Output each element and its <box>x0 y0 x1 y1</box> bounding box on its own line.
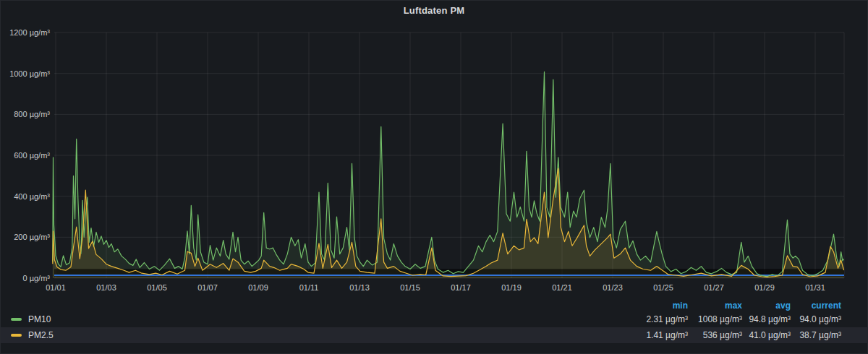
pm25-max-value: 536 µg/m³ <box>688 330 742 340</box>
x-axis-label: 01/05 <box>137 283 177 292</box>
pm25-min-value: 1.41 µg/m³ <box>616 330 688 340</box>
pm10-avg-value: 94.8 µg/m³ <box>742 314 791 324</box>
pm10-line[interactable] <box>53 72 844 276</box>
x-axis-label: 01/03 <box>86 283 127 292</box>
x-axis-label: 01/31 <box>795 283 835 292</box>
legend-label-pm10: PM10 <box>28 314 51 324</box>
timeseries-chart[interactable] <box>1 1 868 297</box>
y-axis-label: 200 µg/m³ <box>1 233 50 241</box>
x-axis-label: 01/09 <box>238 283 278 292</box>
legend-series-pm10[interactable]: PM10 <box>11 314 616 324</box>
legend-row-pm25: PM2.5 1.41 µg/m³ 536 µg/m³ 41.0 µg/m³ 38… <box>1 327 868 343</box>
pm10-swatch-icon <box>11 318 22 321</box>
x-axis-label: 01/29 <box>744 283 785 292</box>
legend-label-pm25: PM2.5 <box>28 330 54 340</box>
x-axis-label: 01/19 <box>491 283 532 292</box>
pm10-area-fill <box>53 72 844 278</box>
pm10-min-value: 2.31 µg/m³ <box>616 314 688 324</box>
pm10-current-value: 94.0 µg/m³ <box>791 314 841 324</box>
legend-series-pm25[interactable]: PM2.5 <box>11 330 616 340</box>
x-axis-label: 01/25 <box>643 283 684 292</box>
chart-area[interactable]: 0 µg/m³200 µg/m³400 µg/m³600 µg/m³800 µg… <box>1 1 868 297</box>
y-axis-label: 400 µg/m³ <box>1 192 50 201</box>
y-axis-label: 1200 µg/m³ <box>1 28 50 37</box>
legend-row-pm10: PM10 2.31 µg/m³ 1008 µg/m³ 94.8 µg/m³ 94… <box>1 311 868 327</box>
pm10-max-value: 1008 µg/m³ <box>688 314 742 324</box>
legend: min max avg current PM10 2.31 µg/m³ 1008… <box>1 299 868 343</box>
pm25-swatch-icon <box>11 334 22 337</box>
y-axis-label: 800 µg/m³ <box>1 110 50 118</box>
y-axis-label: 1000 µg/m³ <box>1 69 50 78</box>
x-axis-label: 01/01 <box>35 283 76 292</box>
x-axis-label: 01/21 <box>542 283 582 292</box>
pm25-avg-value: 41.0 µg/m³ <box>742 330 791 340</box>
y-axis-label: 0 µg/m³ <box>1 274 50 282</box>
x-axis-label: 01/27 <box>694 283 734 292</box>
legend-header-avg[interactable]: avg <box>742 301 791 311</box>
y-axis-label: 600 µg/m³ <box>1 151 50 160</box>
x-axis-label: 01/15 <box>390 283 430 292</box>
x-axis-label: 01/17 <box>441 283 481 292</box>
legend-header-min[interactable]: min <box>616 301 688 311</box>
legend-header-row: min max avg current <box>1 299 868 311</box>
x-axis-label: 01/13 <box>339 283 380 292</box>
x-axis-label: 01/07 <box>187 283 228 292</box>
x-axis-label: 01/23 <box>592 283 633 292</box>
pm25-line[interactable] <box>53 168 844 277</box>
legend-header-max[interactable]: max <box>688 301 742 311</box>
grafana-panel: Luftdaten PM 0 µg/m³200 µg/m³400 µg/m³60… <box>0 0 868 354</box>
pm25-current-value: 38.7 µg/m³ <box>791 330 841 340</box>
x-axis-label: 01/11 <box>289 283 329 292</box>
legend-header-current[interactable]: current <box>791 301 841 311</box>
